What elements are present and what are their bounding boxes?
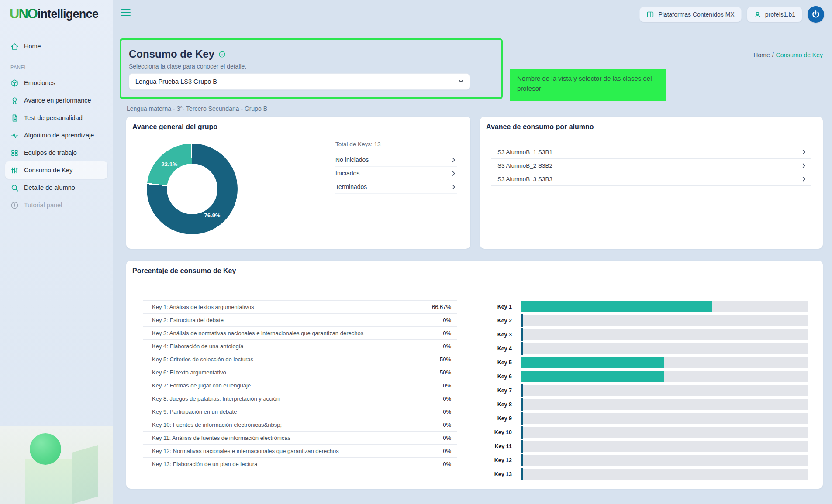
user-icon bbox=[754, 11, 761, 18]
bar-zero-tick bbox=[521, 314, 523, 327]
sidebar: UNO intelligence Home PANEL Emociones Av… bbox=[0, 0, 113, 504]
key-percent: 0% bbox=[417, 408, 457, 415]
key-table-row: Key 7: Formas de jugar con el lenguaje 0… bbox=[143, 379, 457, 392]
key-name: Key 9: Participación en un debate bbox=[143, 408, 417, 415]
bar-row: Key 13 bbox=[480, 469, 808, 480]
home-icon bbox=[10, 42, 19, 51]
student-row[interactable]: S3 AlumnoB_1 S3B1 bbox=[491, 145, 811, 159]
key-percent: 0% bbox=[417, 382, 457, 389]
chevron-right-icon bbox=[450, 184, 457, 190]
sidebar-item-detalle-alumno[interactable]: Detalle de alumno bbox=[5, 179, 107, 196]
bar-fill bbox=[521, 371, 664, 382]
logo-wordmark: intelligence bbox=[38, 7, 98, 21]
platform-button[interactable]: Plataformas Contenidos MX bbox=[639, 7, 741, 22]
topbar-actions: Plataformas Contenidos MX profels1.b1 bbox=[639, 6, 824, 23]
sidebar-item-test-personalidad[interactable]: Test de personalidad bbox=[5, 109, 107, 127]
chevron-right-icon bbox=[801, 149, 807, 155]
award-icon bbox=[10, 96, 19, 105]
card-title: Avance de consumo por alumno bbox=[480, 117, 823, 137]
logout-button[interactable] bbox=[808, 6, 824, 23]
bar-track bbox=[521, 399, 808, 410]
bar-zero-tick bbox=[521, 412, 523, 425]
bar-category-label: Key 11 bbox=[480, 443, 512, 449]
annotation-note: Nombre de la vista y selector de las cla… bbox=[510, 69, 666, 101]
key-table-row: Key 10: Fuentes de información electróni… bbox=[143, 418, 457, 431]
chevron-right-icon bbox=[450, 170, 457, 177]
stat-row[interactable]: No iniciados bbox=[335, 153, 457, 167]
annotation-highlight-box: Consumo de Key Selecciona la clase para … bbox=[120, 38, 503, 99]
card-title: Porcentaje de consumo de Key bbox=[126, 261, 823, 281]
student-row[interactable]: S3 AlumnoB_2 S3B2 bbox=[491, 159, 811, 172]
stat-row[interactable]: Terminados bbox=[335, 180, 457, 194]
bar-track bbox=[521, 315, 808, 326]
stat-row[interactable]: Iniciados bbox=[335, 167, 457, 180]
key-name: Key 11: Análisis de fuentes de informaci… bbox=[143, 435, 417, 441]
key-percent: 0% bbox=[417, 395, 457, 402]
power-icon bbox=[811, 10, 821, 19]
bar-category-label: Key 10 bbox=[480, 429, 512, 435]
key-consumption-card: Porcentaje de consumo de Key Key 1: Anál… bbox=[126, 261, 823, 489]
student-name: S3 AlumnoB_3 S3B3 bbox=[497, 176, 552, 182]
bar-track bbox=[521, 413, 808, 424]
group-progress-card: Avance general del grupo 23.1% 76.9% Tot… bbox=[126, 117, 470, 249]
sidebar-item-equipos[interactable]: Equipos de trabajo bbox=[5, 144, 107, 161]
hamburger-menu-icon[interactable] bbox=[121, 9, 131, 17]
bar-category-label: Key 4 bbox=[480, 346, 512, 352]
bar-track bbox=[521, 301, 808, 312]
sliders-icon bbox=[10, 166, 19, 175]
key-name: Key 3: Análisis de normativas nacionales… bbox=[143, 330, 417, 336]
key-table-row: Key 6: El texto argumentativo 50% bbox=[143, 366, 457, 379]
key-table-row: Key 13: Elaboración de un plan de lectur… bbox=[143, 457, 457, 470]
student-name: S3 AlumnoB_1 S3B1 bbox=[497, 149, 552, 155]
sidebar-item-label: Tutorial panel bbox=[24, 202, 62, 209]
student-row[interactable]: S3 AlumnoB_3 S3B3 bbox=[491, 172, 811, 186]
sidebar-item-algoritmo[interactable]: Algoritmo de aprendizaje bbox=[5, 127, 107, 144]
student-name: S3 AlumnoB_2 S3B2 bbox=[497, 162, 552, 169]
bar-track bbox=[521, 455, 808, 466]
key-table-row: Key 1: Análisis de textos argumentativos… bbox=[143, 300, 457, 313]
sidebar-item-home[interactable]: Home bbox=[5, 38, 107, 55]
bar-track bbox=[521, 469, 808, 480]
bar-track bbox=[521, 385, 808, 396]
sidebar-item-label: Consumo de Key bbox=[24, 167, 72, 174]
breadcrumb: Home/Consumo de Key bbox=[753, 51, 823, 58]
total-keys-label: Total de Keys: 13 bbox=[335, 141, 457, 153]
sidebar-item-consumo-key[interactable]: Consumo de Key bbox=[5, 161, 107, 179]
user-button[interactable]: profels1.b1 bbox=[747, 7, 802, 22]
breadcrumb-home-link[interactable]: Home bbox=[753, 51, 770, 58]
donut-label-minor: 23.1% bbox=[162, 161, 178, 168]
page-subtitle: Selecciona la clase para conocer el deta… bbox=[129, 63, 246, 70]
key-name: Key 2: Estructura del debate bbox=[143, 317, 417, 323]
bar-category-label: Key 12 bbox=[480, 457, 512, 463]
decor-3d-image bbox=[0, 426, 113, 504]
sidebar-item-tutorial-panel[interactable]: Tutorial panel bbox=[5, 196, 107, 214]
bar-category-label: Key 13 bbox=[480, 471, 512, 477]
key-percent: 0% bbox=[417, 448, 457, 454]
donut-chart: 23.1% 76.9% bbox=[147, 144, 238, 234]
key-percent: 0% bbox=[417, 461, 457, 467]
group-stats: Total de Keys: 13 No iniciados Iniciados… bbox=[335, 141, 457, 194]
sidebar-item-label: Emociones bbox=[24, 79, 55, 86]
class-selector[interactable]: Lengua Prueba LS3 Grupo B bbox=[129, 73, 470, 90]
bar-row: Key 5 bbox=[480, 357, 808, 368]
sidebar-item-emociones[interactable]: Emociones bbox=[5, 74, 107, 92]
user-button-label: profels1.b1 bbox=[765, 11, 795, 18]
key-table-row: Key 2: Estructura del debate 0% bbox=[143, 313, 457, 326]
alert-circle-icon bbox=[10, 201, 19, 209]
bar-track bbox=[521, 343, 808, 354]
sidebar-item-label: Equipos de trabajo bbox=[24, 149, 77, 156]
stat-label: Terminados bbox=[335, 183, 367, 190]
bar-row: Key 3 bbox=[480, 329, 808, 340]
bar-row: Key 7 bbox=[480, 385, 808, 396]
key-table-row: Key 5: Criterios de selección de lectura… bbox=[143, 353, 457, 366]
green-sphere bbox=[30, 433, 61, 465]
platform-button-label: Plataformas Contenidos MX bbox=[658, 11, 734, 18]
chevron-right-icon bbox=[450, 157, 457, 163]
sidebar-item-avance-performance[interactable]: Avance en performance bbox=[5, 92, 107, 109]
class-info-text: Lengua materna - 3°- Tercero Secundaria … bbox=[127, 105, 267, 112]
pedestal-side bbox=[72, 445, 98, 504]
info-icon[interactable] bbox=[218, 51, 226, 58]
sidebar-item-label: Home bbox=[24, 43, 41, 50]
student-progress-card: Avance de consumo por alumno S3 AlumnoB_… bbox=[480, 117, 823, 249]
bar-track bbox=[521, 427, 808, 438]
